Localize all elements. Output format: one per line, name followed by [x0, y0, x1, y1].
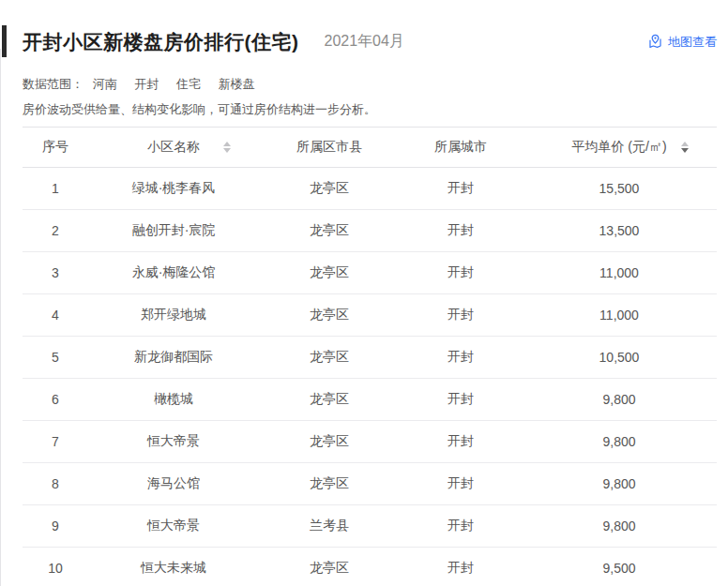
- cell-average-price: 15,500: [522, 168, 717, 210]
- data-scope-label: 数据范围：: [23, 77, 83, 91]
- cell-community-name: 绿城·桃李春风: [88, 168, 259, 210]
- cell-average-price: 11,000: [522, 294, 717, 337]
- scope-tag-city: 开封: [134, 77, 159, 91]
- table-row[interactable]: 5 新龙御都国际 龙亭区 开封 10,500: [23, 337, 717, 379]
- cell-average-price: 9,800: [522, 505, 717, 548]
- cell-community-name: 恒大帝景: [88, 421, 259, 463]
- cell-community-name: 恒大未来城: [88, 548, 259, 586]
- page-title: 开封小区新楼盘房价排行(住宅): [23, 29, 299, 55]
- cell-community-name: 恒大帝景: [88, 505, 259, 548]
- cell-average-price: 13,500: [522, 210, 717, 252]
- page-header: 开封小区新楼盘房价排行(住宅) 2021年04月 地图查看: [23, 25, 717, 58]
- cell-rank: 1: [23, 168, 88, 210]
- cell-district: 龙亭区: [259, 294, 400, 337]
- analysis-note: 房价波动受供给量、结构变化影响，可通过房价结构进一步分析。: [23, 101, 717, 118]
- cell-rank: 10: [23, 548, 88, 586]
- ranking-table: 序号 小区名称 所属区市县 所属城市 平均单价 (元/㎡): [23, 127, 717, 586]
- data-scope-section: 数据范围： 河南 开封 住宅 新楼盘 房价波动受供给量、结构变化影响，可通过房价…: [23, 76, 717, 118]
- cell-district: 兰考县: [259, 505, 400, 548]
- table-body: 1 绿城·桃李春风 龙亭区 开封 15,500 2 融创开封·宸院 龙亭区 开封…: [23, 168, 717, 586]
- cell-community-name: 橄榄城: [88, 379, 259, 421]
- column-header-rank: 序号: [23, 128, 88, 168]
- cell-city: 开封: [400, 337, 522, 379]
- map-view-link-label: 地图查看: [668, 34, 717, 51]
- cell-community-name: 永威·梅隆公馆: [88, 252, 259, 294]
- sort-icon-community[interactable]: [223, 142, 231, 153]
- cell-rank: 5: [23, 337, 88, 379]
- table-header-row: 序号 小区名称 所属区市县 所属城市 平均单价 (元/㎡): [23, 128, 717, 168]
- table-row[interactable]: 1 绿城·桃李春风 龙亭区 开封 15,500: [23, 168, 717, 210]
- map-pin-icon: [647, 34, 663, 50]
- data-scope-line: 数据范围： 河南 开封 住宅 新楼盘: [23, 76, 717, 93]
- cell-rank: 9: [23, 505, 88, 548]
- table-row[interactable]: 8 海马公馆 龙亭区 开封 9,800: [23, 463, 717, 505]
- cell-rank: 4: [23, 294, 88, 337]
- cell-average-price: 9,800: [522, 421, 717, 463]
- cell-district: 龙亭区: [259, 337, 400, 379]
- cell-rank: 6: [23, 379, 88, 421]
- cell-average-price: 9,500: [522, 548, 717, 586]
- cell-community-name: 海马公馆: [88, 463, 259, 505]
- cell-city: 开封: [400, 168, 522, 210]
- table-row[interactable]: 4 郑开绿地城 龙亭区 开封 11,000: [23, 294, 717, 337]
- cell-community-name: 融创开封·宸院: [88, 210, 259, 252]
- cell-city: 开封: [400, 379, 522, 421]
- cell-rank: 3: [23, 252, 88, 294]
- column-header-community[interactable]: 小区名称: [88, 128, 259, 168]
- cell-city: 开封: [400, 463, 522, 505]
- column-header-price-label: 平均单价 (元/㎡): [571, 139, 666, 154]
- column-header-district: 所属区市县: [259, 128, 400, 168]
- price-ranking-page: 开封小区新楼盘房价排行(住宅) 2021年04月 地图查看 数据范围： 河南 开…: [0, 25, 728, 586]
- column-header-city: 所属城市: [400, 128, 522, 168]
- cell-city: 开封: [400, 505, 522, 548]
- cell-district: 龙亭区: [259, 463, 400, 505]
- title-accent-bar: [2, 25, 7, 57]
- report-date: 2021年04月: [325, 32, 404, 52]
- sort-icon-price-descending[interactable]: [681, 142, 689, 153]
- cell-district: 龙亭区: [259, 210, 400, 252]
- scope-tag-market: 新楼盘: [219, 77, 255, 91]
- cell-average-price: 10,500: [522, 337, 717, 379]
- cell-average-price: 9,800: [522, 379, 717, 421]
- scope-tag-province: 河南: [93, 77, 117, 91]
- scope-tag-type: 住宅: [176, 77, 201, 91]
- cell-community-name: 郑开绿地城: [88, 294, 259, 337]
- cell-community-name: 新龙御都国际: [88, 337, 259, 379]
- cell-district: 龙亭区: [259, 421, 400, 463]
- cell-rank: 8: [23, 463, 88, 505]
- cell-city: 开封: [400, 548, 522, 586]
- table-row[interactable]: 3 永威·梅隆公馆 龙亭区 开封 11,000: [23, 252, 717, 294]
- cell-city: 开封: [400, 210, 522, 252]
- cell-rank: 7: [23, 421, 88, 463]
- cell-rank: 2: [23, 210, 88, 252]
- cell-district: 龙亭区: [259, 252, 400, 294]
- cell-city: 开封: [400, 421, 522, 463]
- cell-district: 龙亭区: [259, 379, 400, 421]
- cell-district: 龙亭区: [259, 168, 400, 210]
- column-header-price[interactable]: 平均单价 (元/㎡): [522, 128, 717, 168]
- table-row[interactable]: 10 恒大未来城 龙亭区 开封 9,500: [23, 548, 717, 586]
- column-header-community-label: 小区名称: [147, 139, 200, 154]
- cell-city: 开封: [400, 252, 522, 294]
- table-row[interactable]: 6 橄榄城 龙亭区 开封 9,800: [23, 379, 717, 421]
- cell-average-price: 9,800: [522, 463, 717, 505]
- table-row[interactable]: 7 恒大帝景 龙亭区 开封 9,800: [23, 421, 717, 463]
- cell-average-price: 11,000: [522, 252, 717, 294]
- table-row[interactable]: 9 恒大帝景 兰考县 开封 9,800: [23, 505, 717, 548]
- cell-district: 龙亭区: [259, 548, 400, 586]
- cell-city: 开封: [400, 294, 522, 337]
- map-view-link[interactable]: 地图查看: [647, 34, 717, 51]
- table-row[interactable]: 2 融创开封·宸院 龙亭区 开封 13,500: [23, 210, 717, 252]
- page-left-border: [0, 49, 1, 586]
